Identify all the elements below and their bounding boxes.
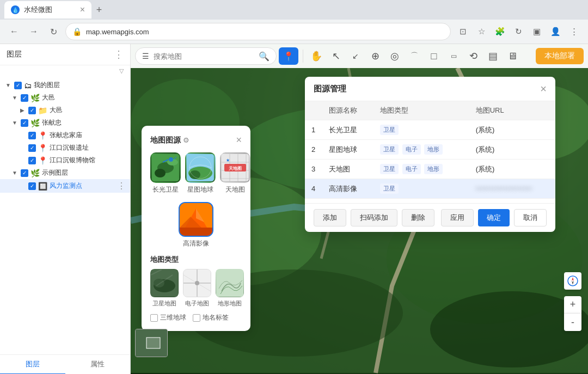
table-row[interactable]: 2 星图地球 卫星 电子 地形 (系统): [305, 140, 555, 160]
layer-checkbox[interactable]: ✓: [28, 107, 36, 114]
layer-checkbox[interactable]: ✓: [21, 169, 28, 177]
tree-label: 大邑: [50, 106, 63, 115]
forward-button[interactable]: →: [26, 24, 41, 39]
sidebar-more-icon[interactable]: ⋮: [114, 48, 124, 60]
browser-tab[interactable]: 💧 水经微图 ×: [4, 1, 91, 19]
col-name: 图源名称: [322, 101, 373, 120]
address-bar[interactable]: 🔒 map.wemapgis.com: [65, 23, 451, 40]
type-item-satellite[interactable]: 卫星地图: [150, 269, 179, 308]
mini-map[interactable]: [135, 329, 168, 357]
tab-attributes[interactable]: 属性: [65, 355, 131, 374]
layer-checkbox[interactable]: ✓: [21, 94, 28, 102]
dialog-close-button[interactable]: ×: [540, 83, 547, 94]
tab-layers[interactable]: 图层: [0, 355, 65, 374]
row-num: 3: [305, 160, 322, 179]
tree-item-mylayers[interactable]: ▼ ✓ 🗂 我的图层: [0, 79, 130, 91]
pan-tool[interactable]: ✋: [308, 47, 325, 65]
toolbar-divider: [303, 50, 303, 63]
tree-item-ruins[interactable]: ▶ ✓ 📍 江口沉银遗址: [0, 142, 130, 154]
option-placename[interactable]: 地名标签: [193, 313, 229, 322]
tree-item-dayi-sub[interactable]: ▶ ✓ 📁 大邑: [0, 104, 130, 117]
tree-item-museum[interactable]: ▶ ✓ 📍 江口沉银博物馆: [0, 154, 130, 167]
refresh-button[interactable]: ↻: [46, 24, 61, 39]
confirm-button[interactable]: 确定: [478, 209, 510, 226]
checkbox-placename[interactable]: [193, 314, 200, 322]
layer-icon: 🔲: [38, 182, 47, 191]
screen-tool[interactable]: 🖥: [504, 47, 521, 65]
type-item-topo[interactable]: 地形地图: [216, 269, 244, 308]
search-icon[interactable]: 🔍: [259, 51, 270, 62]
sync-icon[interactable]: ↻: [511, 24, 526, 39]
map-area[interactable]: ☰ 🔍 📍 ✋ ↖ ↙ ⊕ ◎ ⌒ □ ▭ ⟲ ▤ 🖥 本地部署: [131, 44, 588, 374]
layer-checkbox[interactable]: ✓: [28, 132, 36, 139]
layer-checkbox[interactable]: ✓: [21, 119, 28, 127]
apply-button[interactable]: 应用: [441, 209, 474, 226]
account-icon[interactable]: 👤: [548, 24, 563, 39]
type-thumb-topo: [216, 269, 244, 297]
point-tool[interactable]: ◎: [386, 47, 403, 65]
zoom-controls: + -: [564, 296, 581, 331]
source-item-hd[interactable]: 高清影像: [179, 202, 213, 248]
panel-close-button[interactable]: ×: [236, 134, 242, 146]
polygon-tool[interactable]: ↙: [347, 47, 364, 65]
extension-icon[interactable]: 🧩: [492, 24, 507, 39]
back-button[interactable]: ←: [7, 24, 22, 39]
layer-folder-icon: 🗂: [24, 81, 32, 90]
search-input[interactable]: [154, 52, 254, 60]
tree-label: 江口沉银博物馆: [50, 156, 95, 165]
add-button[interactable]: 添加: [314, 209, 346, 226]
option-3d-globe[interactable]: 三维地球: [150, 313, 186, 322]
folder-icon: 📁: [38, 106, 47, 115]
source-item-tianmap[interactable]: 天地图 ★ 天地图: [220, 152, 250, 194]
line-tool[interactable]: ⌒: [406, 47, 423, 65]
filter-icon[interactable]: ▽: [119, 68, 124, 75]
rotate-tool[interactable]: ⟲: [464, 47, 482, 65]
checkbox-3d-globe[interactable]: [150, 314, 158, 322]
compass-button[interactable]: [564, 272, 581, 290]
tree-item-temple[interactable]: ▶ ✓ 📍 张献忠家庙: [0, 129, 130, 142]
type-item-electronic[interactable]: 电子地图: [183, 269, 211, 308]
tree-item-dayi-group[interactable]: ▼ ✓ 🌿 大邑: [0, 91, 130, 104]
search-box[interactable]: ☰ 🔍: [135, 47, 277, 65]
cast-icon[interactable]: ⊡: [455, 24, 470, 39]
cancel-button[interactable]: 取消: [514, 209, 547, 226]
tree-item-zhang-group[interactable]: ▼ ✓ 🌿 张献忠: [0, 117, 130, 129]
table-row[interactable]: 1 长光卫星 卫星 (系统): [305, 120, 555, 140]
zoom-tool[interactable]: ⊕: [366, 47, 384, 65]
grid-tool[interactable]: ▤: [484, 47, 501, 65]
table-row[interactable]: 3 天地图 卫星 电子 地形 (系统): [305, 160, 555, 179]
zoom-in-button[interactable]: +: [564, 296, 581, 314]
select-tool[interactable]: ↖: [327, 47, 345, 65]
row-types: 卫星 电子 地形: [373, 160, 469, 179]
dialog-footer-left: 添加 扫码添加 删除: [314, 209, 434, 226]
zoom-out-button[interactable]: -: [564, 314, 581, 331]
new-tab-button[interactable]: +: [91, 2, 107, 17]
layer-tree-icon: 🌿: [30, 169, 40, 177]
chevron-down-icon: ▼: [11, 169, 19, 177]
area-tool[interactable]: ▭: [445, 47, 462, 65]
source-item-earth[interactable]: 星图地球: [185, 152, 216, 194]
tree-item-wind-monitor[interactable]: ▶ ✓ 🔲 风力监测点 ⋮: [0, 179, 130, 193]
item-more-icon[interactable]: ⋮: [117, 181, 126, 191]
delete-button[interactable]: 删除: [402, 209, 434, 226]
scan-add-button[interactable]: 扫码添加: [351, 209, 397, 226]
source-item-satellite[interactable]: 长光卫星: [150, 152, 181, 194]
sidebar-icon[interactable]: ▣: [529, 24, 544, 39]
tree-item-example-group[interactable]: ▼ ✓ 🌿 示例图层: [0, 167, 130, 179]
layer-checkbox[interactable]: ✓: [28, 144, 36, 152]
tab-close-button[interactable]: ×: [80, 5, 85, 14]
row-url: (系统): [469, 120, 555, 140]
layer-checkbox[interactable]: ✓: [28, 157, 36, 164]
col-type: 地图类型: [373, 101, 469, 120]
tab-title: 水经微图: [24, 5, 76, 15]
menu-icon[interactable]: ⋮: [566, 24, 581, 39]
source-grid: 长光卫星 星图地球: [150, 152, 242, 194]
type-tag: 地形: [424, 144, 443, 155]
layer-checkbox[interactable]: ✓: [28, 182, 36, 190]
layer-checkbox[interactable]: ✓: [14, 82, 22, 89]
bookmark-icon[interactable]: ☆: [474, 24, 489, 39]
location-button[interactable]: 📍: [279, 47, 298, 65]
table-row-active[interactable]: 4 高清影像 卫星 ••••••••••••••••••••: [305, 179, 555, 199]
deploy-button[interactable]: 本地部署: [536, 48, 584, 64]
rect-tool[interactable]: □: [425, 47, 443, 65]
